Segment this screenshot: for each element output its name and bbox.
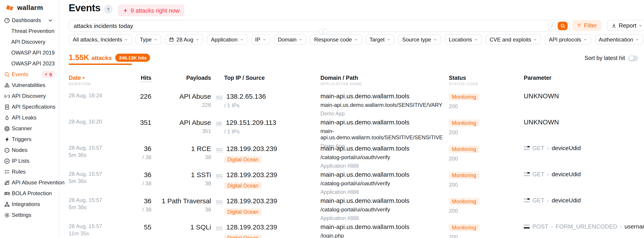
path[interactable]: /catalog-portal/ui/oauth/verify bbox=[320, 207, 445, 213]
ip-address[interactable]: 138.2.65.136 bbox=[226, 92, 266, 100]
country-code: SE bbox=[216, 121, 222, 126]
application-name: Demo App bbox=[320, 111, 445, 116]
domain[interactable]: main-api.us.demo.wallarm.tools bbox=[320, 171, 445, 178]
domain-cell: main-api.us.demo.wallarm.tools /login.ph… bbox=[320, 223, 445, 238]
ip-address[interactable]: 128.199.203.239 bbox=[226, 223, 277, 231]
country-code: SG bbox=[216, 95, 222, 100]
parameter-part: GET bbox=[532, 171, 544, 178]
source-ips: / 1 IPs bbox=[224, 128, 316, 135]
hits-total: / 38 bbox=[108, 180, 152, 187]
domain-cell: main-api.us.demo.wallarm.tools main-api.… bbox=[320, 119, 445, 149]
path[interactable]: main-api.us.demo.wallarm.tools/SENSITIVE… bbox=[320, 128, 445, 141]
source-ips: / 1 IPs bbox=[224, 102, 316, 109]
parameter-part: FORM_URLENCODED bbox=[556, 223, 617, 230]
payload-count: 226 bbox=[156, 102, 211, 108]
chevron-separator: › bbox=[551, 223, 553, 230]
domain[interactable]: main-api.us.demo.wallarm.tools bbox=[320, 197, 445, 204]
hits-value: 55 bbox=[108, 223, 152, 231]
country-code: SG bbox=[216, 225, 222, 231]
parameter-cell: POST›FORM_URLENCODED›username bbox=[524, 223, 641, 230]
param-location-icon bbox=[524, 225, 530, 229]
parameter-cell: UNKNOWN bbox=[524, 92, 641, 100]
country-code: SG bbox=[216, 173, 222, 179]
country-code: SG bbox=[216, 199, 222, 205]
application-name: Application #888 bbox=[320, 216, 445, 221]
parameter-cell: GET›deviceUdid bbox=[524, 171, 641, 178]
ip-address[interactable]: 128.199.203.239 bbox=[226, 171, 277, 179]
top-ip-cell: SG128.199.203.239 Digital Ocean bbox=[216, 171, 316, 189]
chevron-separator: › bbox=[547, 145, 549, 151]
chevron-separator: › bbox=[547, 171, 549, 177]
param-location-icon bbox=[524, 172, 530, 176]
hits-cell: 226 bbox=[108, 92, 152, 100]
payload-count: 38 bbox=[156, 207, 211, 213]
parameter-value: UNKNOWN bbox=[524, 92, 559, 100]
table-row[interactable]: 28 Aug, 16:24 226 API Abuse 226 SG138.2.… bbox=[0, 92, 644, 119]
table-row[interactable]: 28 Aug, 15:57 5m 36s 36 / 38 1 RCE 38 SG… bbox=[0, 145, 644, 171]
top-ip-cell: SG128.199.203.239 Digital Ocean bbox=[216, 223, 316, 238]
top-ip-cell: SG128.199.203.239 Digital Ocean bbox=[216, 145, 316, 163]
payload-count: 351 bbox=[156, 128, 211, 134]
hits-cell: 55 bbox=[108, 223, 152, 231]
payload-type: 1 Path Traversal bbox=[156, 197, 211, 205]
path[interactable]: /catalog-portal/ui/oauth/verify bbox=[320, 180, 445, 187]
hits-cell: 36 / 38 bbox=[108, 171, 152, 187]
event-duration: 11m 35s bbox=[69, 230, 141, 237]
domain[interactable]: main-api.us.demo.wallarm.tools bbox=[320, 119, 445, 126]
status-code: 200 bbox=[449, 182, 508, 188]
domain[interactable]: main-api.us.demo.wallarm.tools bbox=[320, 145, 445, 152]
hits-cell: 36 / 38 bbox=[108, 145, 152, 160]
table-row[interactable]: 28 Aug, 15:57 5m 36s 36 / 38 1 Path Trav… bbox=[0, 197, 644, 223]
status-badge: Monitoring bbox=[449, 146, 479, 153]
payloads-cell: 1 RCE 38 bbox=[156, 145, 211, 160]
payload-count: 38 bbox=[156, 180, 211, 187]
payloads-cell: 1 Path Traversal 38 bbox=[156, 197, 211, 213]
parameter-part: username bbox=[624, 223, 644, 230]
status-badge: Monitoring bbox=[449, 119, 479, 127]
domain[interactable]: main-api.us.demo.wallarm.tools bbox=[320, 92, 445, 100]
path[interactable]: /login.php bbox=[320, 233, 445, 238]
payloads-cell: 1 SSTi 38 bbox=[156, 171, 211, 187]
hits-cell: 351 bbox=[108, 119, 152, 126]
source-badge: Digital Ocean bbox=[224, 182, 262, 189]
country-code: SG bbox=[216, 147, 222, 152]
source-badge: Digital Ocean bbox=[224, 208, 262, 216]
parameter-part: deviceUdid bbox=[552, 197, 581, 204]
payload-count: 38 bbox=[156, 154, 211, 160]
parameter-value: UNKNOWN bbox=[524, 119, 559, 126]
hits-value: 226 bbox=[108, 92, 152, 100]
status-code: 200 bbox=[449, 103, 508, 110]
ip-address[interactable]: 128.199.203.239 bbox=[226, 145, 277, 152]
status-code: 200 bbox=[449, 234, 508, 238]
source-badge: Digital Ocean bbox=[224, 156, 262, 163]
payloads-cell: API Abuse 351 bbox=[156, 119, 211, 134]
table-row[interactable]: 28 Aug, 16:20 351 API Abuse 351 SE129.15… bbox=[0, 119, 644, 145]
status-cell: Monitoring 200 bbox=[449, 119, 508, 136]
param-location-icon bbox=[524, 146, 530, 150]
hits-value: 36 bbox=[108, 197, 152, 205]
top-ip-cell: SG138.2.65.136 / 1 IPs bbox=[216, 92, 316, 109]
ip-address[interactable]: 129.151.209.113 bbox=[226, 119, 276, 126]
hits-value: 351 bbox=[108, 119, 152, 126]
table-row[interactable]: 28 Aug, 15:57 11m 35s 55 1 SQLi SG128.19… bbox=[0, 223, 644, 238]
parameter-part: deviceUdid bbox=[552, 171, 581, 178]
status-code: 200 bbox=[449, 129, 508, 136]
table-row[interactable]: 28 Aug, 15:57 5m 36s 36 / 38 1 SSTi 38 S… bbox=[0, 171, 644, 197]
top-ip-cell: SE129.151.209.113 / 1 IPs bbox=[216, 119, 316, 135]
payloads-cell: 1 SQLi bbox=[156, 223, 211, 231]
hits-cell: 36 / 38 bbox=[108, 197, 152, 213]
payload-type: 1 SQLi bbox=[156, 223, 211, 231]
path[interactable]: main-api.us.demo.wallarm.tools/SENSITIVE… bbox=[320, 102, 445, 108]
events-table: 28 Aug, 16:24 226 API Abuse 226 SG138.2.… bbox=[0, 0, 644, 238]
parameter-cell: GET›deviceUdid bbox=[524, 197, 641, 204]
hits-value: 36 bbox=[108, 145, 152, 152]
parameter-part: GET bbox=[532, 197, 544, 204]
hits-value: 36 bbox=[108, 171, 152, 179]
status-cell: Monitoring 200 bbox=[449, 171, 508, 188]
path[interactable]: /catalog-portal/ui/oauth/verify bbox=[320, 154, 445, 160]
ip-address[interactable]: 128.199.203.239 bbox=[226, 197, 277, 205]
domain[interactable]: main-api.us.demo.wallarm.tools bbox=[320, 223, 445, 230]
status-code: 200 bbox=[449, 208, 508, 214]
status-badge: Monitoring bbox=[449, 93, 479, 101]
status-badge: Monitoring bbox=[449, 172, 479, 179]
